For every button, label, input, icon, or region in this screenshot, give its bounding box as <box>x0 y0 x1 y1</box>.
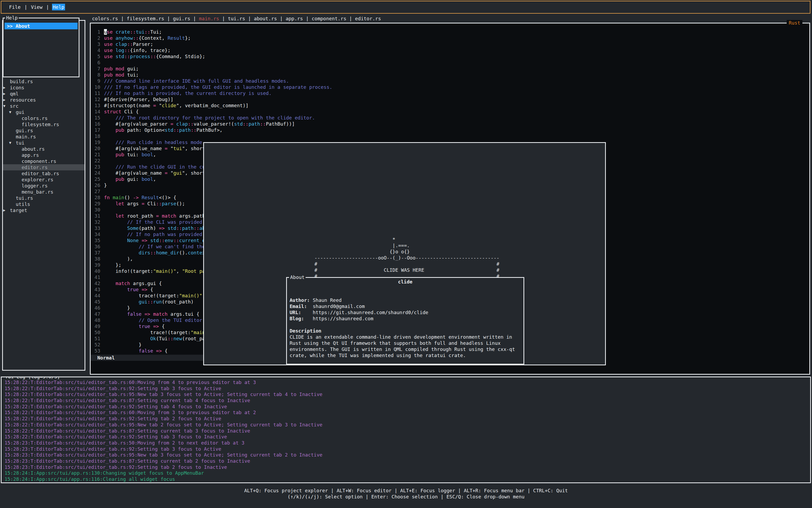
tree-item-main.rs[interactable]: main.rs <box>3 134 85 140</box>
code-line[interactable]: 6 <box>91 59 809 66</box>
collapse-icon[interactable]: ▼ <box>9 140 11 146</box>
tree-item-gui.rs[interactable]: gui.rs <box>3 127 85 134</box>
code-line[interactable]: 18 <box>91 133 809 139</box>
tree-item-resources[interactable]: ▶resources <box>3 97 85 103</box>
about-row <box>290 322 523 328</box>
line-number: 12 <box>94 96 100 102</box>
line-number: 51 <box>94 335 100 342</box>
about-row: environments. The GUI is written in QML … <box>290 346 523 352</box>
file-tree[interactable]: build.rs▶icons▶qml▶resources▼src▼guicolo… <box>3 78 85 213</box>
tree-item-qml[interactable]: ▶qml <box>3 91 85 97</box>
menu-item-help[interactable]: Help <box>52 4 65 10</box>
editor-tabs[interactable]: colors.rs | filesystem.rs | gui.rs | mai… <box>92 15 381 22</box>
code-line[interactable]: 2use anyhow::{Context, Result}; <box>91 35 809 41</box>
log-line: 15:28:22:T:EditorTab:src/tui/editor_tab.… <box>4 422 810 428</box>
tree-item-label: icons <box>10 85 24 90</box>
line-number: 52 <box>94 342 100 348</box>
code-line[interactable]: 10/// If no flags are provided, the GUI … <box>91 84 809 90</box>
line-number: 34 <box>94 231 100 237</box>
tree-item-explorer.rs[interactable]: explorer.rs <box>3 176 85 183</box>
about-dialog: * |.===. {}o o{} ----------------------o… <box>203 142 606 365</box>
tree-item-label: about.rs <box>22 146 45 152</box>
tree-item-target[interactable]: ▶target <box>3 207 85 213</box>
tab-app.rs[interactable]: app.rs <box>286 16 303 21</box>
tab-about.rs[interactable]: about.rs <box>254 16 277 21</box>
tab-colors.rs[interactable]: colors.rs <box>92 16 118 21</box>
line-number: 9 <box>94 78 100 84</box>
line-number: 28 <box>94 195 100 201</box>
code-line[interactable]: 13#[structopt(name = "clide", verbatim_d… <box>91 102 809 109</box>
line-number: 46 <box>94 305 100 311</box>
code-line[interactable]: 1use crate::tui::Tui; <box>91 29 809 35</box>
line-number: 7 <box>94 66 100 72</box>
code-line[interactable]: 14struct Cli { <box>91 109 809 115</box>
line-number: 24 <box>94 170 100 176</box>
tree-item-editor.rs[interactable]: editor.rs <box>3 164 85 170</box>
expand-icon[interactable]: ▶ <box>3 85 5 91</box>
vim-mode-badge: Normal <box>91 355 203 361</box>
tab-editor.rs[interactable]: editor.rs <box>355 16 381 21</box>
expand-icon[interactable]: ▶ <box>3 207 5 213</box>
help-menu-option[interactable]: >> About <box>4 23 78 29</box>
line-number: 11 <box>94 90 100 96</box>
expand-icon[interactable]: ▶ <box>3 97 5 103</box>
collapse-icon[interactable]: ▼ <box>3 103 5 109</box>
code-line[interactable]: 16 #[arg(value_parser = clap::value_pars… <box>91 121 809 127</box>
about-row: URL: https://git.shaunreed.com/shaunrd0/… <box>290 309 523 315</box>
line-number: 39 <box>94 262 100 268</box>
tree-item-tui.rs[interactable]: tui.rs <box>3 195 85 201</box>
menu-item-view[interactable]: View <box>30 4 43 10</box>
expand-icon[interactable]: ▶ <box>3 91 5 97</box>
code-line[interactable]: 8pub mod tui; <box>91 72 809 78</box>
line-number: 36 <box>94 244 100 250</box>
tree-item-about.rs[interactable]: about.rs <box>3 146 85 152</box>
tab-tui.rs[interactable]: tui.rs <box>228 16 245 21</box>
tab-component.rs[interactable]: component.rs <box>312 16 346 21</box>
tree-item-build.rs[interactable]: build.rs <box>3 78 85 85</box>
menu-items: File | View | Help <box>8 1 65 13</box>
code-line[interactable]: 7pub mod gui; <box>91 66 809 72</box>
tree-item-label: editor_tab.rs <box>22 171 59 176</box>
code-line[interactable]: 5use std::process::{Command, Stdio}; <box>91 53 809 59</box>
code-line[interactable]: 12#[derive(Parser, Debug)] <box>91 96 809 102</box>
line-number: 53 <box>94 348 100 354</box>
code-line[interactable]: 17 pub path: Option<std::path::PathBuf>, <box>91 127 809 133</box>
log-line: 15:28:22:T:EditorTab:src/tui/editor_tab.… <box>4 416 810 422</box>
code-line[interactable]: 4use log::{info, trace}; <box>91 47 809 53</box>
status-hint-line-1: ALT+Q: Focus project explorer | ALT+W: F… <box>0 488 812 494</box>
line-number: 25 <box>94 176 100 182</box>
tree-item-label: explorer.rs <box>22 177 53 182</box>
code-line[interactable]: 15 /// The root directory for the projec… <box>91 115 809 121</box>
tree-item-menu_bar.rs[interactable]: menu_bar.rs <box>3 189 85 195</box>
tree-item-gui[interactable]: ▼gui <box>3 109 85 115</box>
collapse-icon[interactable]: ▼ <box>9 109 11 115</box>
tree-item-tui[interactable]: ▼tui <box>3 140 85 146</box>
code-line[interactable]: 11/// If no path is provided, the curren… <box>91 90 809 96</box>
tree-item-app.rs[interactable]: app.rs <box>3 152 85 158</box>
menu-item-file[interactable]: File <box>8 4 22 10</box>
line-number: 29 <box>94 201 100 207</box>
tree-item-editor_tab.rs[interactable]: editor_tab.rs <box>3 170 85 176</box>
line-number: 49 <box>94 323 100 329</box>
tab-gui.rs[interactable]: gui.rs <box>173 16 190 21</box>
status-bar: ALT+Q: Focus project explorer | ALT+W: F… <box>0 488 812 500</box>
tree-item-label: src <box>10 103 19 109</box>
line-number: 45 <box>94 299 100 305</box>
tab-filesystem.rs[interactable]: filesystem.rs <box>127 16 164 21</box>
code-line[interactable]: 9/// Command line interface IDE with ful… <box>91 78 809 84</box>
line-number: 16 <box>94 121 100 127</box>
about-row <box>290 291 523 297</box>
log-panel-title: Tui Log [log=5.0/s] <box>4 377 61 379</box>
code-line[interactable]: 3use clap::Parser; <box>91 41 809 47</box>
tree-item-colors.rs[interactable]: colors.rs <box>3 115 85 121</box>
menu-bar: File | View | Help <box>1 1 810 13</box>
tree-item-utils[interactable]: utils <box>3 201 85 207</box>
tree-item-filesystem.rs[interactable]: filesystem.rs <box>3 121 85 127</box>
tree-item-logger.rs[interactable]: logger.rs <box>3 183 85 189</box>
tree-item-component.rs[interactable]: component.rs <box>3 158 85 164</box>
about-row: CLIDE is an extendable command-line driv… <box>290 334 523 340</box>
tab-main.rs[interactable]: main.rs <box>199 16 219 21</box>
tree-item-icons[interactable]: ▶icons <box>3 85 85 91</box>
log-line: 15:28:24:I:App:src/tui/app.rs:130:Changi… <box>4 470 810 476</box>
tree-item-src[interactable]: ▼src <box>3 103 85 109</box>
